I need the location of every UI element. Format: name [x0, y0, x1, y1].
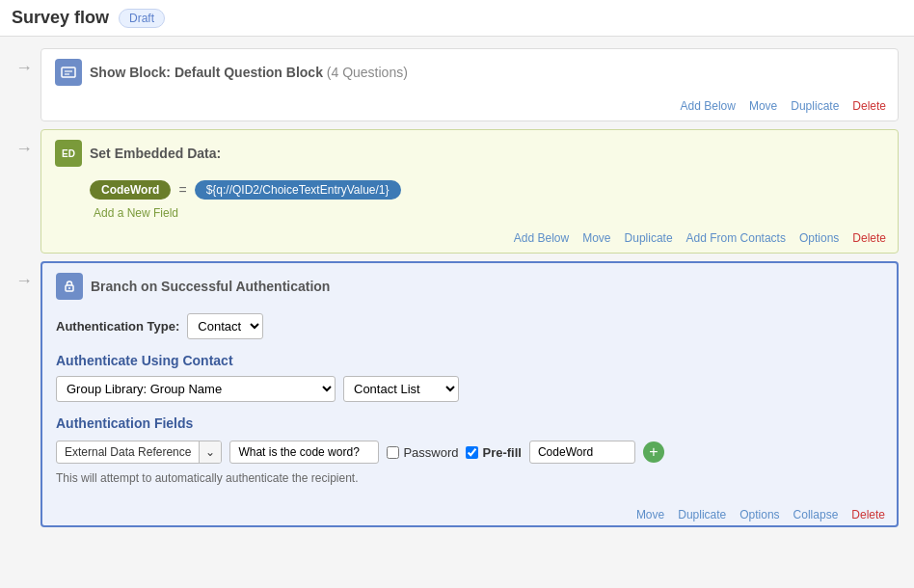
- embedded-data-icon: ED: [55, 140, 82, 167]
- password-checkbox[interactable]: [387, 446, 399, 459]
- auth-block-header: Branch on Successful Authentication: [42, 263, 897, 309]
- auth-options[interactable]: Options: [739, 508, 779, 521]
- embedded-add-below[interactable]: Add Below: [514, 231, 569, 245]
- codeword-question-input[interactable]: [229, 441, 379, 464]
- field-value-pill: ${q://QID2/ChoiceTextEntryValue/1}: [195, 180, 401, 200]
- show-block-row: → Show Block: Default Question Block (4 …: [15, 48, 899, 121]
- field-row: CodeWord = ${q://QID2/ChoiceTextEntryVal…: [90, 180, 884, 200]
- svg-point-4: [68, 287, 70, 289]
- page-header: Survey flow Draft: [0, 0, 914, 37]
- auth-type-row: Authentication Type: Contact: [56, 313, 883, 339]
- embedded-data-title: Set Embedded Data:: [90, 146, 221, 161]
- embedded-duplicate[interactable]: Duplicate: [625, 231, 673, 245]
- auth-block-title: Branch on Successful Authentication: [91, 279, 330, 294]
- flow-arrow-1: →: [15, 58, 33, 78]
- page-title: Survey flow: [12, 8, 109, 28]
- flow-arrow-3: →: [15, 271, 33, 291]
- show-block-header: Show Block: Default Question Block (4 Qu…: [41, 49, 898, 95]
- embedded-data-header: ED Set Embedded Data:: [41, 130, 898, 176]
- show-block-actions: Add Below Move Duplicate Delete: [41, 95, 898, 120]
- show-block-duplicate[interactable]: Duplicate: [791, 99, 839, 113]
- add-field-link[interactable]: Add a New Field: [90, 205, 884, 220]
- group-library-select[interactable]: Group Library: Group Name: [56, 376, 336, 402]
- embedded-move[interactable]: Move: [582, 231, 610, 245]
- auth-content: Authentication Type: Contact Authenticat…: [42, 309, 897, 496]
- embedded-fields: CodeWord = ${q://QID2/ChoiceTextEntryVal…: [41, 176, 898, 227]
- auto-auth-note: This will attempt to automatically authe…: [56, 471, 883, 485]
- group-lib-row: Group Library: Group Name Contact List: [56, 376, 883, 402]
- embedded-delete[interactable]: Delete: [852, 231, 886, 245]
- auth-using-title: Authenticate Using Contact: [56, 353, 883, 368]
- prefill-checkbox[interactable]: [466, 446, 478, 459]
- auth-field-row: External Data Reference ⌄ Password Pre-f…: [56, 441, 883, 464]
- show-block-delete[interactable]: Delete: [852, 99, 886, 113]
- show-block-move[interactable]: Move: [749, 99, 777, 113]
- show-block-card: Show Block: Default Question Block (4 Qu…: [40, 48, 899, 121]
- add-auth-field-button[interactable]: +: [643, 441, 664, 463]
- auth-block-actions: Move Duplicate Options Collapse Delete: [42, 500, 897, 525]
- auth-move[interactable]: Move: [636, 508, 664, 521]
- prefill-label: Pre-fill: [482, 445, 521, 460]
- auth-using-section: Authenticate Using Contact Group Library…: [56, 353, 883, 402]
- auth-block-row: → Branch on Successful Authentication Au…: [15, 261, 899, 527]
- auth-fields-title: Authentication Fields: [56, 415, 883, 431]
- auth-lock-icon: [56, 273, 83, 300]
- ext-data-ref-field: External Data Reference ⌄: [56, 441, 222, 464]
- show-block-title: Show Block: Default Question Block (4 Qu…: [90, 65, 408, 80]
- auth-fields-section: Authentication Fields External Data Refe…: [56, 415, 883, 485]
- auth-block-card: Branch on Successful Authentication Auth…: [40, 261, 899, 527]
- auth-duplicate[interactable]: Duplicate: [678, 508, 726, 521]
- contact-list-select[interactable]: Contact List: [343, 376, 459, 402]
- prefill-checkbox-label[interactable]: Pre-fill: [466, 445, 521, 460]
- password-label: Password: [403, 445, 458, 460]
- embedded-data-row: → ED Set Embedded Data: CodeWord = ${q:/…: [15, 129, 899, 254]
- auth-type-label: Authentication Type:: [56, 319, 179, 334]
- show-block-add-below[interactable]: Add Below: [681, 99, 736, 113]
- embedded-data-actions: Add Below Move Duplicate Add From Contac…: [41, 227, 898, 253]
- auth-type-select[interactable]: Contact: [187, 313, 263, 339]
- main-content: → Show Block: Default Question Block (4 …: [0, 37, 914, 539]
- flow-arrow-2: →: [15, 139, 33, 159]
- ext-data-ref-dropdown[interactable]: ⌄: [199, 441, 221, 463]
- embedded-options[interactable]: Options: [799, 231, 839, 245]
- field-equals: =: [178, 182, 186, 198]
- ext-data-ref-label: External Data Reference: [57, 441, 199, 463]
- password-checkbox-label[interactable]: Password: [387, 445, 458, 460]
- auth-collapse[interactable]: Collapse: [793, 508, 839, 521]
- embedded-data-card: ED Set Embedded Data: CodeWord = ${q://Q…: [40, 129, 899, 254]
- show-block-icon: [55, 59, 82, 86]
- show-block-subtitle: (4 Questions): [327, 65, 408, 80]
- auth-delete[interactable]: Delete: [851, 508, 885, 521]
- draft-badge: Draft: [119, 9, 165, 28]
- prefill-value-input[interactable]: [529, 441, 635, 464]
- svg-rect-0: [62, 67, 75, 77]
- embedded-add-from-contacts[interactable]: Add From Contacts: [686, 231, 786, 245]
- field-name-pill: CodeWord: [90, 180, 171, 200]
